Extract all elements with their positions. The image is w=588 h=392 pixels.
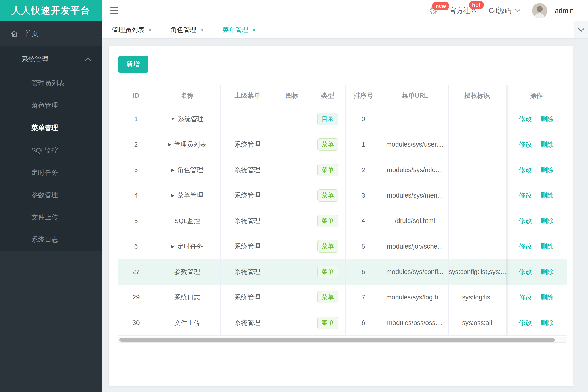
tab-bar: 管理员列表 × 角色管理 × 菜单管理 × bbox=[102, 21, 588, 39]
cell-actions: 修改 删除 bbox=[506, 183, 567, 208]
cell-order: 1 bbox=[346, 132, 381, 157]
cell-permission bbox=[449, 157, 506, 183]
edit-link[interactable]: 修改 bbox=[519, 217, 532, 224]
edit-link[interactable]: 修改 bbox=[519, 115, 532, 122]
expand-arrow-icon[interactable]: ▶ bbox=[171, 193, 175, 198]
expand-arrow-icon[interactable]: ▶ bbox=[168, 142, 172, 147]
tabs: 管理员列表 × 角色管理 × 菜单管理 × bbox=[102, 21, 588, 38]
scrollbar-thumb[interactable] bbox=[119, 338, 555, 342]
cell-permission bbox=[449, 183, 506, 208]
git-source-label: Git源码 bbox=[489, 6, 511, 16]
tab[interactable]: 角色管理 × bbox=[161, 21, 213, 38]
table-row[interactable]: 6 ▶ 定时任务 系统管理 菜单 5 modules/job/sche... 修… bbox=[118, 234, 567, 259]
table-row[interactable]: 30 文件上传 系统管理 菜单 6 modules/oss/oss.... sy… bbox=[118, 310, 567, 336]
table-row[interactable]: 1 ▼ 系统管理 目录 0 修改 删除 bbox=[118, 106, 567, 132]
edit-link[interactable]: 修改 bbox=[519, 141, 532, 148]
delete-link[interactable]: 删除 bbox=[540, 217, 553, 224]
cell-menu-url bbox=[381, 106, 449, 132]
cell-type: 菜单 bbox=[310, 310, 346, 336]
sidebar-item[interactable]: 文件上传 bbox=[0, 206, 102, 228]
sidebar-group-header[interactable]: 系统管理 bbox=[0, 46, 102, 72]
close-icon[interactable]: × bbox=[200, 26, 203, 34]
cell-id: 2 bbox=[118, 132, 154, 157]
edit-link[interactable]: 修改 bbox=[519, 319, 532, 326]
topbar-actions: ⚙ new 官方社区 hot Git源码 admin bbox=[429, 0, 574, 21]
expand-arrow-icon[interactable]: ▼ bbox=[171, 117, 175, 122]
settings-button[interactable]: ⚙ new bbox=[429, 6, 437, 16]
sidebar-item[interactable]: 管理员列表 bbox=[0, 72, 102, 94]
edit-link[interactable]: 修改 bbox=[519, 192, 532, 199]
type-badge: 菜单 bbox=[317, 189, 338, 202]
cell-icon bbox=[274, 183, 310, 208]
delete-link[interactable]: 删除 bbox=[540, 166, 553, 174]
hot-badge: hot bbox=[469, 1, 484, 9]
new-badge: new bbox=[432, 2, 449, 10]
main-content: 新增 ID名称上级菜单图标类型排序号菜单URL授权标识操作 1 ▼ 系统管理 目… bbox=[102, 39, 588, 392]
edit-link[interactable]: 修改 bbox=[519, 294, 532, 301]
edit-link[interactable]: 修改 bbox=[519, 166, 532, 174]
sidebar-toggle-button[interactable] bbox=[111, 7, 119, 14]
edit-link[interactable]: 修改 bbox=[519, 268, 532, 275]
delete-link[interactable]: 删除 bbox=[540, 319, 553, 326]
expand-arrow-icon[interactable]: ▶ bbox=[171, 244, 175, 249]
tab[interactable]: 管理员列表 × bbox=[103, 21, 161, 38]
cell-icon bbox=[274, 234, 310, 259]
close-icon[interactable]: × bbox=[252, 26, 256, 34]
cell-actions: 修改 删除 bbox=[506, 259, 567, 285]
delete-link[interactable]: 删除 bbox=[540, 268, 553, 275]
type-badge: 菜单 bbox=[317, 291, 338, 304]
column-header: 图标 bbox=[274, 85, 310, 106]
table-row[interactable]: 5 SQL监控 系统管理 菜单 4 /druid/sql.html 修改 删除 bbox=[118, 208, 567, 234]
add-button[interactable]: 新增 bbox=[118, 56, 149, 73]
tabs-collapse-button[interactable] bbox=[574, 21, 588, 38]
sidebar-item-home[interactable]: 首页 bbox=[0, 21, 102, 46]
close-icon[interactable]: × bbox=[148, 26, 152, 34]
type-badge: 菜单 bbox=[317, 317, 338, 329]
type-badge: 菜单 bbox=[317, 240, 338, 252]
cell-actions: 修改 删除 bbox=[506, 132, 567, 157]
avatar[interactable] bbox=[532, 3, 547, 18]
cell-id: 3 bbox=[118, 157, 154, 183]
delete-link[interactable]: 删除 bbox=[540, 243, 553, 250]
hamburger-icon bbox=[111, 7, 119, 8]
table-row[interactable]: 4 ▶ 菜单管理 系统管理 菜单 3 modules/sys/men... 修改… bbox=[118, 183, 567, 208]
sidebar-item[interactable]: 系统日志 bbox=[0, 228, 102, 251]
table-row[interactable]: 27 参数管理 系统管理 菜单 6 modules/sys/confi... s… bbox=[118, 259, 567, 285]
type-badge: 目录 bbox=[317, 113, 338, 125]
sidebar-item[interactable]: 定时任务 bbox=[0, 161, 102, 184]
cell-name: ▶ 角色管理 bbox=[154, 157, 221, 183]
tab-label: 管理员列表 bbox=[112, 26, 144, 34]
delete-link[interactable]: 删除 bbox=[540, 141, 553, 148]
cell-menu-url: modules/oss/oss.... bbox=[381, 310, 449, 336]
cell-name: ▶ 管理员列表 bbox=[154, 132, 221, 157]
cell-actions: 修改 删除 bbox=[506, 157, 567, 183]
horizontal-scrollbar[interactable] bbox=[118, 337, 567, 342]
sidebar-item[interactable]: 参数管理 bbox=[0, 184, 102, 206]
table-row[interactable]: 29 系统日志 系统管理 菜单 7 modules/sys/log.h... s… bbox=[118, 285, 567, 310]
expand-arrow-icon[interactable]: ▶ bbox=[171, 168, 175, 172]
menu-table: ID名称上级菜单图标类型排序号菜单URL授权标识操作 1 ▼ 系统管理 目录 0… bbox=[118, 85, 567, 336]
cell-parent-menu: 系统管理 bbox=[221, 234, 274, 259]
cell-parent-menu: 系统管理 bbox=[221, 310, 274, 336]
sidebar-item[interactable]: 菜单管理 bbox=[0, 117, 102, 139]
delete-link[interactable]: 删除 bbox=[540, 294, 553, 301]
edit-link[interactable]: 修改 bbox=[519, 243, 532, 250]
delete-link[interactable]: 删除 bbox=[540, 192, 553, 199]
column-header: 上级菜单 bbox=[221, 85, 274, 106]
cell-order: 0 bbox=[346, 106, 381, 132]
sidebar-item[interactable]: 角色管理 bbox=[0, 94, 102, 117]
cell-type: 菜单 bbox=[310, 208, 346, 234]
delete-link[interactable]: 删除 bbox=[540, 115, 553, 122]
cell-type: 菜单 bbox=[310, 157, 346, 183]
table-row[interactable]: 3 ▶ 角色管理 系统管理 菜单 2 modules/sys/role.... … bbox=[118, 157, 567, 183]
cell-order: 4 bbox=[346, 208, 381, 234]
sidebar-item[interactable]: SQL监控 bbox=[0, 139, 102, 161]
sidebar-home-label: 首页 bbox=[25, 29, 39, 38]
cell-id: 6 bbox=[118, 234, 154, 259]
cell-icon bbox=[274, 106, 310, 132]
tab-label: 菜单管理 bbox=[222, 26, 248, 34]
community-link[interactable]: 官方社区 hot bbox=[449, 6, 477, 16]
git-source-dropdown[interactable]: Git源码 bbox=[489, 6, 520, 16]
table-row[interactable]: 2 ▶ 管理员列表 系统管理 菜单 1 modules/sys/user....… bbox=[118, 132, 567, 157]
tab[interactable]: 菜单管理 × bbox=[213, 21, 265, 38]
